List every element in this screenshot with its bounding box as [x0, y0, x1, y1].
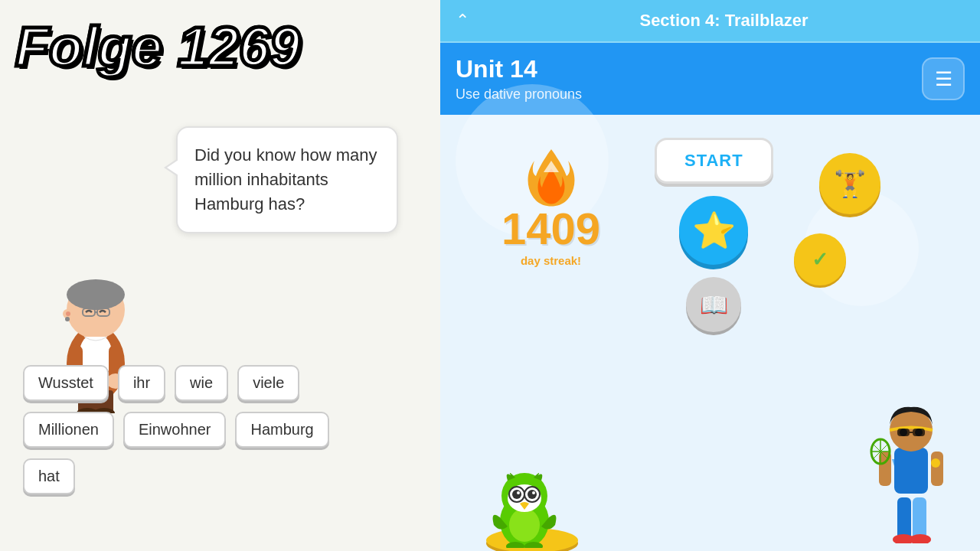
collapse-button[interactable]: ⌃ [456, 11, 469, 31]
duo-owl-section [486, 464, 563, 551]
tile-viele[interactable]: viele [237, 365, 299, 401]
warrior-character [865, 390, 957, 543]
section-title: Section 4: Trailblazer [483, 11, 965, 31]
dumbbell-icon: 🏋 [834, 168, 866, 199]
svg-point-21 [509, 508, 540, 542]
tile-ihr[interactable]: ihr [118, 365, 165, 401]
star-button[interactable]: ⭐ [679, 196, 748, 265]
svg-point-6 [65, 317, 70, 321]
svg-point-27 [528, 490, 537, 499]
tile-wusstet[interactable]: Wusstet [23, 365, 109, 401]
svg-point-24 [512, 490, 521, 499]
svg-point-49 [931, 458, 940, 468]
section-header: ⌃ Section 4: Trailblazer [440, 0, 980, 43]
episode-title: Folge 1269 [15, 15, 300, 78]
svg-rect-40 [913, 429, 925, 436]
unit-number: Unit 14 [456, 55, 582, 83]
coin-2: ✓ [794, 233, 846, 285]
svg-rect-39 [897, 429, 910, 436]
coin-1: 🏋 [819, 153, 880, 214]
tile-millionen[interactable]: Millionen [23, 412, 114, 448]
left-panel: Folge 1269 [0, 0, 440, 551]
book-icon: 📖 [700, 292, 728, 318]
duo-owl-illustration [486, 464, 563, 548]
check-icon: ✓ [812, 248, 828, 272]
star-icon: ⭐ [692, 210, 736, 251]
streak-section: 1409 day streak! [501, 145, 600, 267]
svg-rect-43 [931, 452, 943, 486]
notes-button[interactable]: ☰ [922, 57, 965, 100]
svg-point-3 [67, 279, 125, 310]
svg-point-5 [66, 311, 70, 316]
bubble-text: Did you know how many million inhabitant… [194, 143, 380, 217]
flame-icon [521, 145, 582, 214]
notes-icon: ☰ [935, 67, 952, 91]
start-area: START ⭐ 📖 [655, 138, 773, 332]
svg-rect-31 [897, 497, 911, 540]
svg-rect-35 [894, 448, 928, 494]
svg-rect-32 [913, 497, 926, 540]
svg-point-25 [517, 491, 520, 494]
tile-row-1: Wusstet ihr wie viele [23, 365, 417, 401]
tile-wie[interactable]: wie [175, 365, 228, 401]
book-button[interactable]: 📖 [686, 277, 741, 332]
speech-bubble: Did you know how many million inhabitant… [176, 126, 398, 233]
start-button[interactable]: START [655, 138, 773, 184]
streak-label: day streak! [521, 254, 581, 267]
right-panel: ⌃ Section 4: Trailblazer Unit 14 Use dat… [440, 0, 980, 551]
content-area: 1409 day streak! 🏋 ✓ START ⭐ 📖 [440, 115, 980, 551]
tile-einwohner[interactable]: Einwohner [123, 412, 227, 448]
word-tiles-area: Wusstet ihr wie viele Millionen Einwohne… [23, 365, 417, 505]
tile-hamburg[interactable]: Hamburg [235, 412, 328, 448]
svg-point-28 [532, 491, 535, 494]
tile-row-3: hat [23, 458, 417, 494]
tile-hat[interactable]: hat [23, 458, 75, 494]
tile-row-2: Millionen Einwohner Hamburg [23, 412, 417, 448]
